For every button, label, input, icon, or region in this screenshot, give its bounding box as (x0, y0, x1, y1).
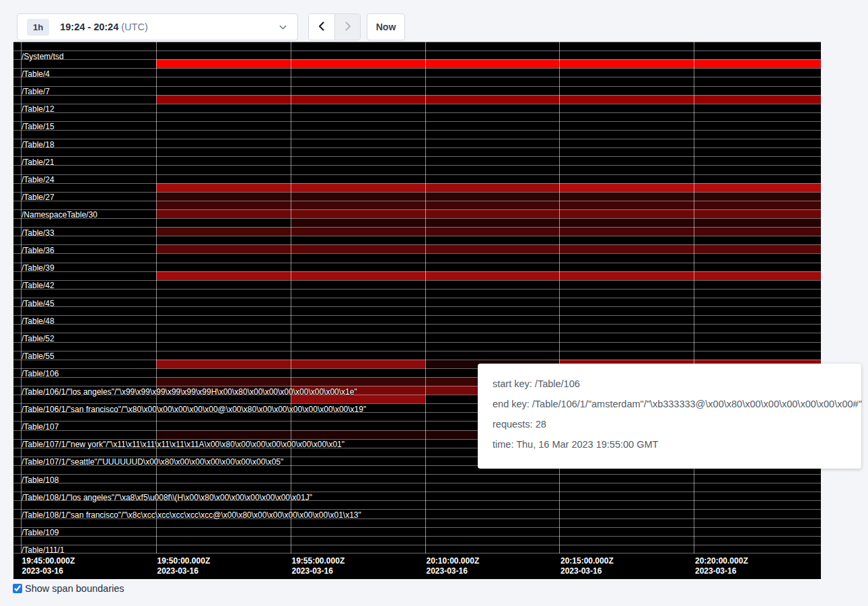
heatmap-cell[interactable] (694, 209, 821, 218)
heatmap-cell[interactable] (156, 377, 291, 386)
row-label: /System/tsd (22, 52, 64, 61)
heatmap-cell[interactable] (291, 201, 425, 209)
heatmap-cell[interactable] (425, 183, 560, 192)
span-boundary-line (13, 104, 821, 104)
heatmap-cell[interactable] (694, 183, 821, 192)
row-label: /Table/42 (22, 281, 55, 290)
heatmap-cell[interactable] (425, 209, 560, 218)
heatmap-cell[interactable] (694, 192, 821, 201)
time-tick-date: 2023-03-16 (157, 566, 211, 576)
heatmap-cell[interactable] (156, 183, 291, 192)
heatmap-cell[interactable] (425, 218, 560, 227)
heatmap-cell[interactable] (156, 227, 291, 236)
row-label: /Table/33 (22, 228, 55, 238)
row-label: /Table/106 (22, 369, 59, 378)
heatmap-cell[interactable] (425, 59, 560, 68)
time-tick: 19:50:00.000Z2023-03-16 (157, 556, 211, 576)
heatmap-cell[interactable] (291, 218, 425, 227)
heatmap-cell[interactable] (156, 95, 291, 104)
span-boundary-line (13, 315, 821, 316)
show-span-boundaries-checkbox[interactable] (13, 584, 22, 593)
heatmap-cell[interactable] (559, 227, 694, 236)
heatmap-cell[interactable] (291, 192, 425, 201)
time-range-selector[interactable]: 1h 19:24 - 20:24 (UTC) (17, 13, 298, 40)
key-visualizer-canvas[interactable]: /System/tsd/Table/4/Table/7/Table/12/Tab… (13, 42, 821, 553)
row-label: /Table/48 (22, 316, 55, 326)
heatmap-cell[interactable] (559, 209, 694, 218)
heatmap-cell[interactable] (694, 244, 821, 253)
span-boundary-line (13, 86, 821, 87)
heatmap-cell[interactable] (694, 95, 821, 104)
span-boundary-line (13, 50, 821, 51)
heatmap-cell[interactable] (559, 95, 694, 104)
heatmap-cell[interactable] (559, 201, 694, 209)
heatmap-cell[interactable] (156, 360, 291, 368)
heatmap-cell[interactable] (291, 59, 425, 68)
heatmap-cell[interactable] (291, 209, 425, 218)
row-label: /Table/107/1/"seattle"/"UUUUUUD\x00\x80\… (22, 457, 283, 467)
prev-range-button[interactable] (309, 14, 334, 40)
heatmap-cell[interactable] (425, 271, 560, 280)
time-tick: 20:15:00.000Z2023-03-16 (560, 556, 614, 576)
heatmap-cell[interactable] (559, 271, 694, 280)
heatmap-cell[interactable] (559, 59, 694, 68)
span-boundary-line (13, 351, 821, 351)
time-tick-date: 2023-03-16 (560, 566, 614, 576)
heatmap-cell[interactable] (291, 360, 425, 368)
span-boundary-line (13, 509, 821, 510)
heatmap-cell[interactable] (291, 395, 425, 403)
heatmap-cell[interactable] (425, 244, 560, 253)
span-boundary-line (13, 298, 821, 298)
span-boundary-line (13, 236, 821, 236)
heatmap-cell[interactable] (156, 430, 291, 439)
cell-tooltip: start key: /Table/106 end key: /Table/10… (478, 364, 861, 469)
span-boundary-line (13, 139, 821, 139)
heatmap-cell[interactable] (425, 227, 560, 236)
heatmap-cell[interactable] (291, 244, 425, 253)
heatmap-cell[interactable] (694, 59, 821, 68)
time-gridline (156, 42, 157, 553)
heatmap-cell[interactable] (694, 271, 821, 280)
time-tick-time: 19:50:00.000Z (157, 556, 211, 566)
row-label: /Table/45 (22, 299, 55, 308)
heatmap-cell[interactable] (559, 218, 694, 227)
heatmap-cell[interactable] (156, 192, 291, 201)
heatmap-cell[interactable] (156, 386, 291, 395)
heatmap-cell[interactable] (425, 192, 560, 201)
heatmap-cell[interactable] (156, 59, 291, 68)
heatmap-cell[interactable] (291, 430, 425, 439)
heatmap-cell[interactable] (156, 209, 291, 218)
heatmap-cell[interactable] (559, 192, 694, 201)
heatmap-cell[interactable] (559, 244, 694, 253)
heatmap-cell[interactable] (291, 271, 425, 280)
heatmap-cell[interactable] (694, 218, 821, 227)
heatmap-cell[interactable] (425, 95, 560, 104)
row-label: /Table/15 (22, 122, 55, 131)
time-tick-date: 2023-03-16 (22, 566, 75, 576)
span-boundary-line (13, 474, 821, 475)
heatmap-cell[interactable] (156, 271, 291, 280)
heatmap-cell[interactable] (156, 244, 291, 253)
heatmap-cell[interactable] (291, 377, 425, 386)
heatmap-cell[interactable] (291, 386, 425, 395)
row-label: /Table/107/1/"new york"/"\x11\x11\x11\x1… (22, 440, 345, 449)
span-boundary-line (13, 147, 821, 148)
span-boundary-line (13, 500, 821, 501)
heatmap-cell[interactable] (156, 201, 291, 209)
row-label: /Table/7 (22, 87, 50, 96)
now-button[interactable]: Now (367, 13, 405, 40)
span-boundary-line (13, 174, 821, 175)
chevron-down-icon (278, 22, 288, 32)
show-span-boundaries-label: Show span boundaries (25, 583, 124, 594)
heatmap-cell[interactable] (291, 227, 425, 236)
span-boundary-line (13, 77, 821, 77)
heatmap-cell[interactable] (559, 183, 694, 192)
heatmap-cell[interactable] (694, 201, 821, 209)
next-range-button[interactable] (334, 14, 360, 40)
heatmap-cell[interactable] (694, 227, 821, 236)
heatmap-cell[interactable] (291, 95, 425, 104)
row-label: /NamespaceTable/30 (22, 210, 98, 220)
heatmap-cell[interactable] (291, 183, 425, 192)
span-boundary-line (13, 492, 821, 492)
heatmap-cell[interactable] (425, 201, 560, 209)
